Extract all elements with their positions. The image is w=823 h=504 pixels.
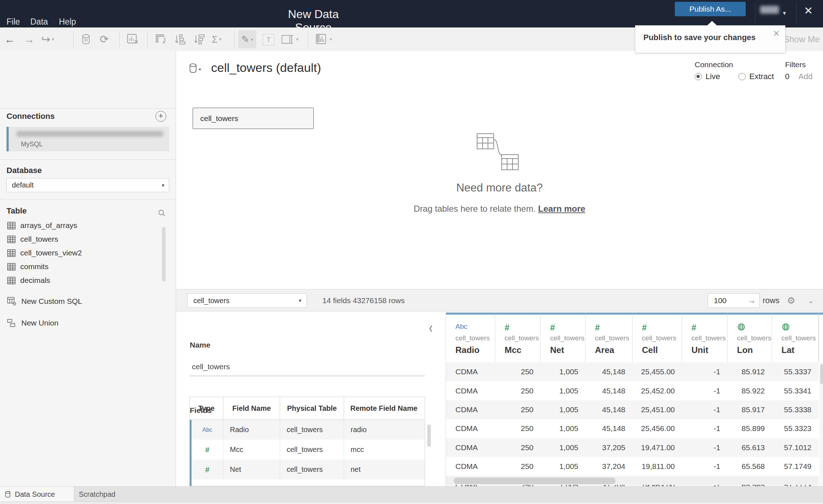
fields-table-row[interactable]: AbcRadiocell_towersradio [190,420,425,440]
grid-horizontal-scrollbar[interactable] [446,477,819,485]
grid-column-header-area[interactable]: #cell_towersArea [586,313,633,362]
connection-item[interactable]: MySQL [7,127,169,151]
grid-cell: -1 [682,438,728,457]
toolbar-divider [234,31,235,47]
grid-column-header-lon[interactable]: cell_towersLon [728,313,772,362]
grid-column-header-unit[interactable]: #cell_towersUnit [682,313,728,362]
fit-layout-icon[interactable]: ▾ [282,27,299,51]
row-count-field[interactable]: → [708,293,760,308]
grid-column-field-label: Mcc [505,345,540,355]
grid-cell: 25,452.00 [633,381,682,400]
datasource-title[interactable]: cell_towers (default) [211,61,321,75]
learn-more-link[interactable]: Learn more [538,204,586,214]
redo-icon[interactable]: ↪▾ [41,27,54,51]
datasource-caret-icon[interactable]: ▾ [199,67,201,72]
grid-data-row[interactable]: CDMA2501,00545,14825,455.00-185.91255.33… [446,362,819,381]
grid-column-header-net[interactable]: #cell_towersNet [541,313,586,362]
publish-as-button[interactable]: Publish As... [675,2,746,16]
scrollbar-thumb[interactable] [454,478,616,484]
apply-rows-arrow-icon[interactable]: → [748,296,756,305]
grid-cell: 1,005 [541,381,586,400]
filters-add-button[interactable]: Add [798,72,813,81]
search-icon[interactable] [158,209,166,217]
menu-help[interactable]: Help [59,17,76,27]
radio-selected-icon[interactable] [695,73,702,80]
grid-cell: -1 [682,400,728,419]
connection-live-radio[interactable]: Live [695,72,720,81]
grid-column-header-lat[interactable]: cell_towersLat [772,313,819,362]
sort-ascending-icon[interactable] [175,27,185,51]
connection-type-label: MySQL [21,141,43,148]
refresh-icon[interactable]: ⟳ [100,27,109,51]
grid-data-row[interactable]: CDMA2501,00545,14825,451.00-185.91755.33… [446,400,819,419]
grid-cell: 37,204 [586,457,633,476]
fields-table-row[interactable]: #Netcell_towersnet [190,460,425,479]
gear-icon[interactable]: ⚙ [787,289,795,312]
menu-file[interactable]: File [7,17,20,27]
tab-data-source[interactable]: Data Source [0,487,74,502]
table-name-value[interactable]: cell_towers [192,362,230,371]
new-custom-sql-button[interactable]: New Custom SQL [7,297,82,306]
new-union-button[interactable]: New Union [7,318,59,328]
tooltip-close-icon[interactable]: ✕ [773,29,780,39]
sidebar-table-item[interactable]: cell_towers [7,232,155,246]
table-node-cell-towers[interactable]: cell_towers [193,108,314,129]
row-count-input[interactable] [713,296,747,305]
totals-sigma-icon[interactable]: Σ▾ [212,27,222,51]
text-tool-icon[interactable]: T [263,34,274,46]
grid-column-header-cell[interactable]: #cell_towersCell [633,313,682,362]
sidebar-table-item[interactable]: decimals [7,273,155,287]
sidebar-table-item[interactable]: cell_towers_view2 [7,246,155,260]
grid-data-row[interactable]: CDMA2501,00545,14825,452.00-185.92255.33… [446,381,819,400]
clear-chart-icon[interactable] [127,27,139,51]
show-me-button[interactable]: Show Me [784,27,820,51]
grid-cell: -1 [682,381,728,400]
connection-extract-radio[interactable]: Extract [738,72,774,81]
grid-column-header-mcc[interactable]: #cell_towersMcc [495,313,541,362]
grid-data-row[interactable]: CDMA2501,00537,20419,811.00-165.56857.17… [446,457,819,476]
grid-cell: 55.3337 [772,362,819,381]
datasource-pause-icon[interactable] [82,27,90,51]
tab-scratchpad[interactable]: Scratchpad [79,487,115,502]
name-label: Name [190,341,210,349]
user-avatar[interactable] [760,6,779,14]
sidebar-table-item[interactable]: commits [7,260,155,273]
fields-table-row-partial [190,479,425,486]
grid-cell: 55.3323 [772,419,819,438]
toolbar-divider [308,31,308,47]
grid-column-header-radio[interactable]: Abccell_towersRadio [446,313,495,362]
fields-table-row[interactable]: #Mcccell_towersmcc [190,440,425,460]
sort-descending-icon[interactable] [194,27,205,51]
swap-rows-columns-icon[interactable] [155,27,167,51]
grid-vertical-scrollbar[interactable] [819,362,823,486]
highlight-pen-icon[interactable]: ✎▾ [238,30,256,48]
collapse-preview-chevron-icon[interactable]: ⌄ [808,289,814,312]
collapse-panel-icon[interactable]: ‹ [429,320,433,335]
forward-icon[interactable]: → [24,27,35,51]
grid-data-row[interactable]: CDMA2501,00537,20519,471.00-165.61357.10… [446,438,819,457]
fields-table: TypeField NamePhysical TableRemote Field… [189,397,425,486]
need-more-data-empty-state: Need more data? Drag tables here to rela… [391,132,608,214]
back-icon[interactable]: ← [4,27,15,51]
datasource-cylinder-icon[interactable] [189,63,197,73]
fields-rows-summary: 14 fields 43276158 rows [322,289,405,312]
sidebar-scrollbar[interactable] [162,227,166,281]
number-type-icon: # [505,323,540,332]
add-connection-icon[interactable]: + [155,111,166,122]
database-select[interactable]: default ▾ [7,178,169,192]
user-menu-caret-icon[interactable]: ▾ [783,9,786,17]
sidebar-table-item[interactable]: arrays_of_arrays [7,219,155,232]
window-close-icon[interactable]: ✕ [804,4,813,17]
name-underline [189,376,425,376]
fields-scrollbar[interactable] [427,425,431,447]
preview-table-select[interactable]: cell_towers ▾ [187,293,307,308]
grid-data-row[interactable]: CDMA2501,00545,14825,456.00-185.89955.33… [446,419,819,438]
grid-cell: -1 [682,362,728,381]
menu-data[interactable]: Data [30,17,48,27]
table-grid-icon [7,277,16,284]
custom-sql-icon [7,297,17,306]
scrollbar-thumb[interactable] [820,364,823,384]
show-viz-icon[interactable]: ▾ [316,27,332,51]
radio-unselected-icon[interactable] [738,73,746,80]
rows-label: rows [763,289,779,312]
